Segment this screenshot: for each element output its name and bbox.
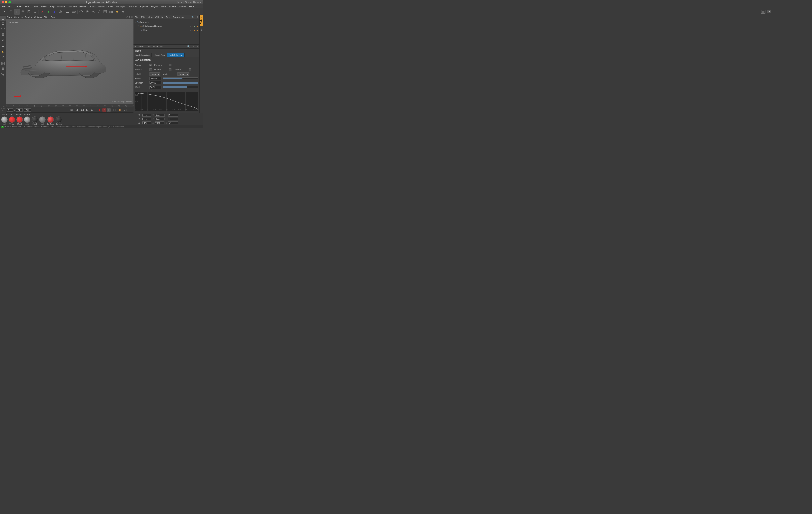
material-item-mat2[interactable]: Mat.2 bbox=[24, 116, 30, 125]
restrict-checkbox[interactable] bbox=[188, 69, 191, 71]
preview-end-input[interactable] bbox=[24, 108, 31, 112]
menu-render[interactable]: Render bbox=[78, 5, 88, 8]
x-axis-button[interactable]: X bbox=[39, 9, 45, 15]
3d-viewport[interactable]: Perspective bbox=[6, 19, 134, 104]
smooth-btn[interactable] bbox=[90, 9, 96, 15]
material-item-window[interactable]: Window bbox=[9, 116, 15, 125]
viewport-expand-icon[interactable]: ⤢ bbox=[126, 16, 128, 19]
viewport-menu-display[interactable]: Display bbox=[24, 16, 33, 19]
menu-pipeline[interactable]: Pipeline bbox=[139, 5, 149, 8]
menu-help[interactable]: Help bbox=[188, 5, 195, 8]
material-menu-edit[interactable]: Edit bbox=[8, 113, 12, 116]
y-pos-input[interactable] bbox=[142, 117, 151, 120]
b-input[interactable] bbox=[168, 121, 178, 124]
material-menu-create[interactable]: Create bbox=[1, 113, 7, 116]
material-item-mat[interactable]: Mat bbox=[1, 116, 8, 125]
world-coord-button[interactable] bbox=[58, 9, 63, 15]
mode-uvw-btn[interactable]: UV bbox=[0, 37, 6, 43]
play-reverse-btn[interactable]: ◀◀ bbox=[80, 108, 84, 112]
maximize-button[interactable] bbox=[8, 1, 11, 3]
strength-slider[interactable] bbox=[163, 82, 198, 84]
layout-selector[interactable]: Layout: Startup (User) ▼ bbox=[177, 1, 201, 3]
props-config-icon[interactable]: ⚙ bbox=[193, 45, 195, 48]
surface-checkbox[interactable] bbox=[149, 69, 152, 71]
tab-modelling-axis[interactable]: Modelling Axis bbox=[134, 53, 152, 57]
timeline-key-btn[interactable] bbox=[117, 108, 122, 112]
sphere-btn[interactable] bbox=[0, 66, 6, 72]
mode-points-btn[interactable] bbox=[0, 21, 6, 26]
props-tab-userdata[interactable]: User Data bbox=[153, 46, 164, 48]
falloff-select[interactable]: Linear Cubic bbox=[149, 73, 160, 76]
expand-icon-subdivision[interactable]: ▼ bbox=[138, 25, 140, 27]
y-size-input[interactable] bbox=[155, 117, 165, 120]
subdivision-visible-icon[interactable]: ✓ bbox=[190, 25, 192, 27]
object-row-symmetry[interactable]: ▶ ⬡ Symmetry ✓ ✕ bbox=[134, 20, 199, 24]
menu-animate[interactable]: Animate bbox=[56, 5, 66, 8]
props-close-icon[interactable]: ✕ bbox=[197, 45, 199, 48]
material-item-mat-2[interactable]: Mat bbox=[39, 116, 46, 125]
knife-btn[interactable] bbox=[96, 9, 102, 15]
p-input[interactable] bbox=[168, 117, 178, 120]
sculpt-s-btn[interactable]: S bbox=[0, 49, 6, 54]
viewport-menu-cameras[interactable]: Cameras bbox=[13, 16, 24, 19]
viewport-menu-filter[interactable]: Filter bbox=[43, 16, 49, 19]
objects-tab-edit[interactable]: Edit bbox=[141, 16, 146, 19]
material-item-mat3[interactable]: Mat.3 bbox=[17, 116, 23, 125]
material-menu-function[interactable]: Function bbox=[13, 113, 22, 116]
symmetry-visible-icon[interactable]: ✓ bbox=[195, 21, 196, 23]
objects-tab-bookmarks[interactable]: Bookmarks bbox=[172, 16, 184, 19]
expand-icon-symmetry[interactable]: ▶ bbox=[135, 21, 136, 23]
subdivision-x-icon[interactable]: ✕ bbox=[192, 25, 194, 27]
objects-tab-objects[interactable]: Objects bbox=[155, 16, 163, 19]
key-all-btn[interactable]: K bbox=[107, 108, 111, 112]
object-row-subdivision[interactable]: ▼ □ Subdivision Surface ✓ ✕ ● ● ● bbox=[134, 24, 199, 28]
preview-start-input[interactable] bbox=[16, 108, 23, 112]
menu-snap[interactable]: Snap bbox=[48, 5, 56, 8]
prev-frame-btn[interactable]: ◀ bbox=[74, 108, 79, 112]
h-input[interactable] bbox=[168, 114, 178, 116]
grid-btn[interactable] bbox=[102, 9, 108, 15]
strength-input[interactable] bbox=[149, 81, 162, 84]
menu-select[interactable]: Select bbox=[23, 5, 32, 8]
props-tab-edit[interactable]: Edit bbox=[146, 46, 151, 48]
keyframe-btn[interactable] bbox=[71, 9, 77, 15]
viewport-menu-panel[interactable]: Panel bbox=[50, 16, 57, 19]
y-axis-button[interactable]: Y bbox=[46, 9, 51, 15]
light-btn[interactable] bbox=[114, 9, 120, 15]
menu-motion[interactable]: Motion bbox=[168, 5, 177, 8]
menu-edit[interactable]: Edit bbox=[7, 5, 13, 8]
menu-tools[interactable]: Tools bbox=[32, 5, 39, 8]
mode-select[interactable]: Group Volume bbox=[177, 73, 190, 76]
objects-config-icon[interactable]: ⚙ bbox=[197, 16, 199, 19]
material-item-carpaint[interactable]: Car Pai... bbox=[47, 116, 54, 125]
disc-visible-icon[interactable]: ✓ bbox=[190, 29, 192, 31]
texture-btn[interactable] bbox=[0, 61, 6, 66]
tab-object-axis[interactable]: Object Axis bbox=[152, 53, 167, 57]
radius-input[interactable] bbox=[149, 77, 162, 80]
menu-plugins[interactable]: Plugins bbox=[149, 5, 159, 8]
objects-search-icon[interactable]: 🔍 bbox=[192, 16, 194, 19]
falloff-graph[interactable]: 0.8 0.4 0 0.1 0.2 0.3 0.4 0.5 0.6 0.7 0.… bbox=[135, 92, 198, 111]
auto-key-btn[interactable]: A bbox=[102, 108, 106, 112]
z-size-input[interactable] bbox=[155, 121, 165, 124]
menu-create[interactable]: Create bbox=[14, 5, 23, 8]
tab-soft-selection[interactable]: Soft Selection bbox=[167, 53, 184, 57]
width-slider[interactable] bbox=[163, 86, 198, 88]
rubber-checkbox[interactable] bbox=[169, 69, 171, 71]
menu-simulate[interactable]: Simulate bbox=[67, 5, 78, 8]
z-pos-input[interactable] bbox=[142, 121, 151, 124]
sculpt-paint-btn[interactable] bbox=[0, 54, 6, 60]
props-search-icon[interactable]: 🔍 bbox=[187, 45, 190, 48]
viewport-config-icon[interactable]: ⚙ bbox=[128, 16, 130, 19]
menu-motiontracker[interactable]: Motion Tracker bbox=[97, 5, 114, 8]
mode-edges-btn[interactable] bbox=[0, 26, 6, 32]
goto-start-btn[interactable]: ⏮ bbox=[69, 108, 74, 112]
menu-script[interactable]: Script bbox=[160, 5, 168, 8]
timeline-btn[interactable] bbox=[65, 9, 70, 15]
enable-checkbox[interactable]: ✓ bbox=[149, 64, 152, 66]
undo-button[interactable]: ↩ bbox=[1, 9, 6, 15]
material-item-carbon[interactable]: Carbon bbox=[56, 116, 62, 125]
objects-tab-tags[interactable]: Tags bbox=[165, 16, 171, 19]
layer-tab[interactable]: Layer bbox=[200, 26, 203, 34]
close-button[interactable] bbox=[2, 1, 4, 3]
